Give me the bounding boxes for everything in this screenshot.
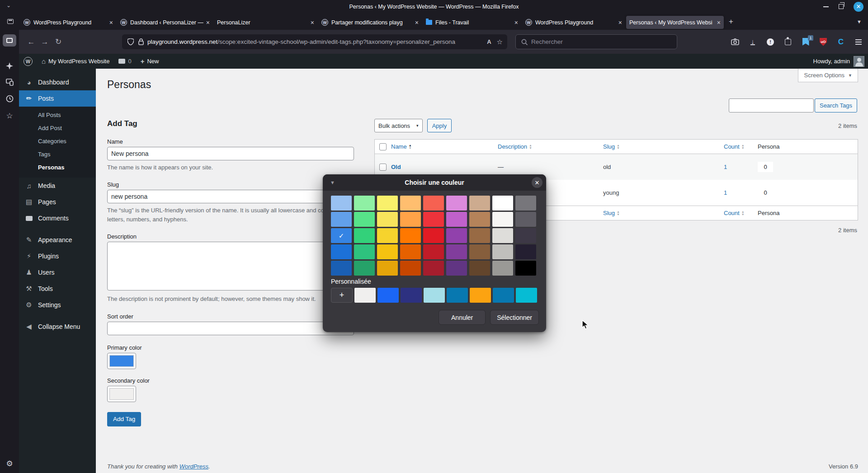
sidebar-subitem-all-posts[interactable]: All Posts [19,108,96,122]
palette-swatch-15[interactable] [446,212,467,227]
tab-close-icon[interactable]: × [206,19,210,26]
slug-input[interactable] [107,190,354,203]
custom-swatch-8[interactable] [516,288,537,303]
palette-swatch-19[interactable]: ✓ [331,228,352,243]
column-header-label[interactable]: Count▲▼ [724,143,745,150]
new-content-link[interactable]: + New [136,54,164,69]
downloads-icon[interactable]: ↓ [748,37,758,47]
sidebar-item-comments[interactable]: Comments [19,210,96,226]
sidebar-item-tools[interactable]: ⚒Tools [19,281,96,297]
palette-swatch-13[interactable] [400,212,421,227]
column-header-label[interactable]: Name▲▼ [391,143,412,150]
palette-swatch-18[interactable] [515,212,536,227]
sidebar-item-posts[interactable]: ✏Posts [19,90,96,107]
sort-order-input[interactable] [107,322,354,335]
palette-swatch-36[interactable] [515,244,536,259]
palette-swatch-25[interactable] [469,228,490,243]
history-clock-icon[interactable] [0,95,19,104]
palette-swatch-44[interactable] [492,261,513,276]
palette-swatch-20[interactable] [354,228,375,243]
synced-tabs-icon[interactable] [0,79,19,88]
bulk-actions-select[interactable]: Bulk actions ▾ [374,119,423,132]
account-menu[interactable]: Howdy, admin [813,56,864,67]
screen-options-button[interactable]: Screen Options ▼ [798,69,858,82]
palette-swatch-23[interactable] [423,228,444,243]
browser-tab-6[interactable]: WWordPress Playground× [522,16,625,29]
screenshot-camera-icon[interactable] [730,37,740,47]
browser-tab-5[interactable]: Files - Travail× [423,16,521,29]
shield-icon[interactable] [127,38,134,45]
tag-search-input[interactable] [729,98,814,112]
palette-swatch-8[interactable] [492,196,513,211]
palette-swatch-27[interactable] [515,228,536,243]
palette-swatch-28[interactable] [331,244,352,259]
browser-tab-3[interactable]: PersonaLizer× [214,16,317,29]
comments-link[interactable]: 0 [114,54,136,69]
sidebar-subitem-categories[interactable]: Categories [19,135,96,148]
dialog-close-icon[interactable]: ✕ [532,177,542,188]
palette-swatch-12[interactable] [377,212,398,227]
translate-icon[interactable]: A [487,38,491,45]
sidebar-item-collapse-menu[interactable]: ◀Collapse Menu [19,318,96,335]
extension-c-icon[interactable]: C [836,37,846,47]
browser-tab-1[interactable]: WWordPress Playground× [20,16,116,29]
menu-hamburger-icon[interactable] [854,37,863,47]
close-button[interactable]: ✕ [854,2,863,12]
row-checkbox[interactable] [379,164,387,171]
palette-swatch-38[interactable] [354,261,375,276]
select-button[interactable]: Sélectionner [490,310,539,325]
add-custom-color-button[interactable]: + [331,288,353,303]
palette-swatch-40[interactable] [400,261,421,276]
browser-tab-7[interactable]: Personas ‹ My WordPress Websi× [626,16,724,29]
palette-swatch-22[interactable] [400,228,421,243]
term-name-link[interactable]: Old [391,164,401,170]
column-header-label[interactable]: Description▲▼ [498,143,532,150]
palette-swatch-34[interactable] [469,244,490,259]
info-circle-icon[interactable]: ! [765,37,775,47]
reload-icon[interactable]: ↻ [52,37,65,47]
sidebar-subitem-tags[interactable]: Tags [19,148,96,161]
wordpress-link[interactable]: WordPress [179,463,208,470]
palette-swatch-33[interactable] [446,244,467,259]
sidebar-item-users[interactable]: ♟Users [19,264,96,281]
column-header-label[interactable]: Count▲▼ [724,210,745,216]
palette-swatch-7[interactable] [469,196,490,211]
palette-swatch-16[interactable] [469,212,490,227]
palette-swatch-2[interactable] [354,196,375,211]
palette-swatch-14[interactable] [423,212,444,227]
palette-swatch-32[interactable] [423,244,444,259]
palette-swatch-37[interactable] [331,261,352,276]
primary-color-button[interactable] [107,353,136,369]
palette-swatch-39[interactable] [377,261,398,276]
palette-swatch-31[interactable] [400,244,421,259]
forward-icon[interactable]: → [38,37,52,47]
palette-swatch-10[interactable] [331,212,352,227]
cancel-button[interactable]: Annuler [439,310,486,325]
sidebar-item-dashboard[interactable]: ◕Dashboard [19,74,96,90]
palette-swatch-1[interactable] [331,196,352,211]
sidebar-item-pages[interactable]: ▤Pages [19,194,96,210]
sidebar-subitem-personas[interactable]: Personas [19,161,96,174]
firefox-view-button[interactable] [5,16,16,27]
extensions-puzzle-icon[interactable] [783,37,793,47]
palette-swatch-9[interactable] [515,196,536,211]
count-link[interactable]: 1 [724,189,727,196]
restore-button[interactable] [839,4,844,9]
palette-swatch-5[interactable] [423,196,444,211]
bookmarks-star-icon[interactable]: ☆ [0,111,19,121]
custom-swatch-3[interactable] [401,288,422,303]
palette-swatch-4[interactable] [400,196,421,211]
search-bar[interactable]: Rechercher [515,34,677,49]
palette-swatch-43[interactable] [469,261,490,276]
palette-swatch-26[interactable] [492,228,513,243]
palette-swatch-11[interactable] [354,212,375,227]
tab-close-icon[interactable]: × [109,19,113,26]
custom-swatch-4[interactable] [424,288,445,303]
sidebar-item-plugins[interactable]: ⚡Plugins [19,248,96,264]
ublock-shield-icon[interactable]: uO [818,37,828,47]
chevron-down-icon[interactable]: ▼ [330,180,335,185]
tab-close-icon[interactable]: × [311,19,314,26]
extension-bookmark-icon[interactable]: 1 [801,37,811,47]
palette-swatch-29[interactable] [354,244,375,259]
add-tag-submit-button[interactable]: Add Tag [107,412,141,426]
